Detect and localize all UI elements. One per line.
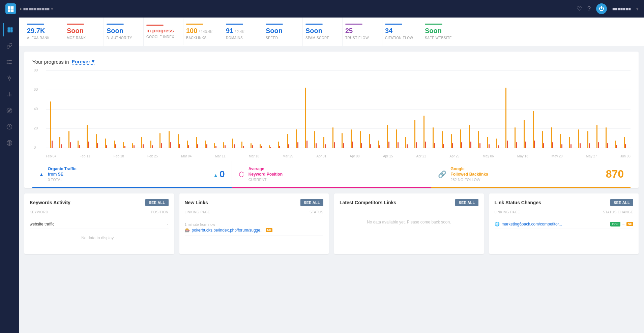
bar-group — [603, 70, 611, 148]
heart-icon[interactable]: ♡ — [577, 5, 582, 12]
bar-orange — [96, 134, 97, 148]
bar-orange — [332, 127, 333, 148]
bar-red — [434, 143, 435, 148]
bar-orange — [314, 131, 315, 148]
bar-red — [170, 142, 171, 148]
main-content: 29.7K ALEXA RANK Soon MOZ RANK Soon D. A… — [19, 18, 644, 260]
bar-red — [152, 145, 153, 148]
competitor-see-all-button[interactable]: SEE ALL — [455, 199, 478, 206]
link-status-col-header: LINKING PAGE STATUS CHANGE — [495, 210, 634, 217]
bar-group — [75, 70, 83, 148]
sidebar-item-analytics[interactable] — [3, 88, 16, 101]
metric-trust: 25 TRUST FLOW — [345, 18, 382, 46]
bar-red — [625, 144, 626, 148]
bar-group — [257, 70, 265, 148]
moz-label: MOZ RANK — [67, 36, 95, 40]
bar-red — [370, 144, 371, 148]
bar-red — [452, 143, 453, 148]
chart-period-selector[interactable]: Forever ▾ — [72, 58, 94, 65]
bar-red — [470, 142, 471, 148]
bar-orange — [414, 120, 415, 148]
bar-red — [143, 144, 144, 148]
user-avatar[interactable]: ⏻ — [596, 3, 607, 14]
sidebar-item-list[interactable] — [3, 55, 16, 69]
bar-red — [343, 143, 344, 148]
bar-orange — [169, 131, 170, 148]
dauthority-label: D. AUTHORITY — [107, 36, 135, 40]
bar-red — [416, 142, 417, 148]
user-name: ■■■■■■■ — [612, 6, 631, 11]
bar-red — [398, 142, 399, 148]
bar-red — [498, 145, 499, 148]
bar-group — [348, 70, 356, 148]
sidebar-item-dashboard[interactable] — [3, 23, 16, 36]
col-position: POSITION — [151, 210, 169, 214]
bar-red — [543, 143, 544, 148]
sidebar-item-history[interactable] — [3, 120, 16, 133]
app-logo — [5, 3, 16, 14]
link-status-see-all-button[interactable]: SEE ALL — [610, 199, 633, 206]
bar-orange — [205, 141, 206, 148]
link-domain: pokerbucks.be/index.php/forum/sugge... — [192, 228, 264, 233]
bar-group — [539, 70, 547, 148]
period-chevron: ▾ — [92, 58, 94, 64]
bar-group — [430, 70, 438, 148]
speed-label: SPEED — [266, 36, 294, 40]
bar-red — [361, 143, 362, 148]
bar-group — [156, 70, 165, 148]
bar-orange — [433, 127, 434, 148]
bar-orange — [251, 143, 252, 148]
link-row: 1 minute from now 🎰 pokerbucks.be/index.… — [185, 220, 324, 236]
user-menu-chevron[interactable]: ▾ — [636, 6, 639, 11]
sidebar-item-target[interactable] — [3, 136, 16, 150]
bar-orange — [59, 137, 60, 148]
bar-group — [457, 70, 465, 148]
bar-orange — [551, 127, 552, 148]
bar-red — [607, 143, 608, 148]
bar-group — [329, 70, 338, 148]
link-url[interactable]: 🎰 pokerbucks.be/index.php/forum/sugge...… — [185, 228, 324, 233]
bar-chart: 80 60 40 20 0 Feb 04 Feb 11 Feb 18 Feb 2… — [32, 70, 631, 158]
dauthority-value: Soon — [107, 27, 135, 35]
bar-red — [316, 143, 317, 148]
bar-group — [384, 70, 392, 148]
bar-red — [79, 145, 80, 148]
bar-group — [575, 70, 584, 148]
sidebar-item-compass[interactable] — [3, 104, 16, 117]
keyword-sub: CURRENT — [248, 178, 283, 182]
bar-orange — [241, 142, 242, 148]
help-icon[interactable]: ? — [587, 5, 591, 12]
bar-group — [448, 70, 456, 148]
new-links-col-header: LINKING PAGE STATUS — [185, 210, 324, 217]
svg-rect-2 — [8, 9, 11, 12]
spam-value: Soon — [305, 27, 334, 35]
svg-line-16 — [8, 77, 8, 77]
svg-point-17 — [8, 77, 10, 79]
domain-selector[interactable]: ● ■■■■■■■■■■ ▾ — [20, 6, 53, 11]
stats-row: Organic Trafficfrom SE 0 TOTAL ▲ 0 ⬡ Ave… — [32, 161, 631, 188]
bar-red — [297, 142, 298, 148]
bar-group — [612, 70, 620, 148]
competitor-card-header: Latest Competitors Links SEE ALL — [340, 199, 478, 206]
bar-orange — [460, 129, 461, 148]
bar-red — [106, 145, 107, 148]
status-change-row: 🌐 marketing6pack.com/competitor... OOK →… — [495, 220, 634, 229]
bar-group — [475, 70, 484, 148]
stat-keyword: ⬡ AverageKeyword Position CURRENT — [232, 161, 432, 188]
bar-group — [166, 70, 174, 148]
bar-orange — [196, 137, 197, 148]
sidebar-item-tools[interactable] — [3, 71, 16, 85]
chevron-down-icon[interactable]: ▾ — [51, 6, 53, 11]
metric-moz: Soon MOZ RANK — [67, 18, 104, 46]
metric-speed: Soon SPEED — [266, 18, 303, 46]
keywords-see-all-button[interactable]: SEE ALL — [145, 199, 168, 206]
metric-safe: Soon SAFE WEBSITE — [425, 18, 462, 46]
bar-group — [293, 70, 301, 148]
bar-orange — [323, 137, 324, 148]
sidebar-item-links[interactable] — [3, 39, 16, 53]
keyword-icon: ⬡ — [239, 170, 244, 178]
backlinks-value: 100 — [186, 27, 197, 35]
bar-red — [598, 142, 599, 148]
new-links-see-all-button[interactable]: SEE ALL — [300, 199, 323, 206]
competitor-links-card: Latest Competitors Links SEE ALL No data… — [334, 193, 484, 254]
